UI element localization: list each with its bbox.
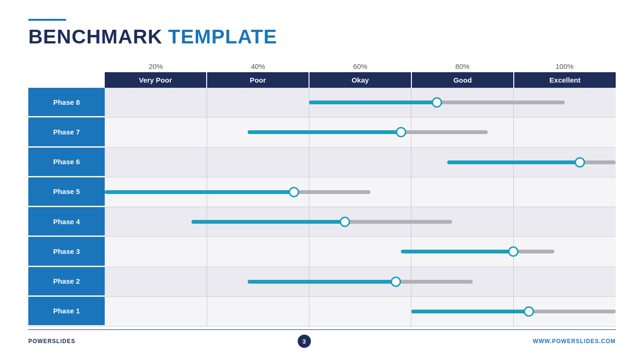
slider-wrapper — [105, 118, 616, 147]
data-rows: Phase 8Phase 7Phase 6Phase 5Phase 4Phase… — [28, 88, 616, 327]
track-filled — [309, 101, 437, 104]
slider-thumb[interactable] — [508, 246, 519, 257]
table-row: Phase 1 — [28, 297, 616, 327]
table-row: Phase 6 — [28, 148, 616, 177]
table-row: Phase 3 — [28, 237, 616, 267]
phase-label: Phase 2 — [28, 267, 105, 296]
row-chart-area — [105, 118, 616, 147]
phase-label: Phase 7 — [28, 118, 105, 147]
track-filled — [248, 130, 401, 134]
header-row: Very PoorPoorOkayGoodExcellent — [105, 72, 616, 88]
percent-label: 40% — [207, 62, 309, 70]
footer: POWERSLIDES 3 WWW.POWERSLIDES.COM — [28, 329, 616, 348]
phase-label: Phase 1 — [28, 297, 105, 326]
phase-label: Phase 5 — [28, 177, 105, 207]
slider-thumb[interactable] — [396, 127, 406, 137]
slider-wrapper — [105, 148, 616, 177]
track-filled — [411, 310, 529, 313]
phase-label: Phase 8 — [28, 88, 105, 117]
header-cell: Very Poor — [105, 72, 207, 88]
slider-thumb[interactable] — [575, 157, 585, 168]
footer-page: 3 — [298, 335, 311, 348]
slide-container: BENCHMARK TEMPLATE 20%40%60%80%100% Very… — [0, 0, 644, 362]
track-filled — [248, 280, 396, 284]
row-chart-area — [105, 88, 616, 117]
percent-label: 100% — [513, 62, 616, 70]
title-part1: BENCHMARK — [28, 25, 162, 48]
track-filled — [192, 220, 345, 224]
footer-left: POWERSLIDES — [28, 338, 75, 345]
table-row: Phase 5 — [28, 177, 616, 207]
row-chart-area — [105, 267, 616, 296]
slider-wrapper — [105, 207, 616, 236]
slider-thumb[interactable] — [432, 97, 442, 108]
slider-wrapper — [105, 177, 616, 207]
track-filled — [447, 160, 580, 164]
slider-wrapper — [105, 297, 616, 326]
row-chart-area — [105, 297, 616, 326]
row-chart-area — [105, 177, 616, 207]
phase-label: Phase 6 — [28, 148, 105, 177]
slider-thumb[interactable] — [524, 306, 534, 317]
header-cell: Okay — [309, 72, 412, 88]
percent-label: 80% — [411, 62, 514, 70]
percent-label: 20% — [105, 62, 207, 70]
footer-right: WWW.POWERSLIDES.COM — [533, 338, 616, 345]
slider-wrapper — [105, 267, 616, 296]
title-row: BENCHMARK TEMPLATE — [28, 25, 616, 48]
track-filled — [105, 190, 294, 194]
table-row: Phase 2 — [28, 267, 616, 297]
table-row: Phase 4 — [28, 207, 616, 237]
table-row: Phase 8 — [28, 88, 616, 118]
slider-thumb[interactable] — [340, 217, 350, 227]
percent-row: 20%40%60%80%100% — [105, 62, 616, 70]
slider-thumb[interactable] — [391, 277, 401, 287]
row-chart-area — [105, 207, 616, 236]
chart-area: 20%40%60%80%100% Very PoorPoorOkayGoodEx… — [28, 62, 616, 327]
row-chart-area — [105, 237, 616, 266]
header-cell: Excellent — [514, 72, 616, 88]
phase-label: Phase 4 — [28, 207, 105, 236]
track-filled — [401, 250, 513, 253]
percent-label: 60% — [309, 62, 411, 70]
slider-wrapper — [105, 88, 616, 117]
header-cell: Poor — [207, 72, 309, 88]
header-accent — [28, 19, 66, 21]
slider-thumb[interactable] — [289, 187, 299, 197]
title-part2: TEMPLATE — [168, 25, 277, 48]
table-row: Phase 7 — [28, 118, 616, 147]
row-chart-area — [105, 148, 616, 177]
phase-label: Phase 3 — [28, 237, 105, 266]
header-cell: Good — [412, 72, 514, 88]
slider-wrapper — [105, 237, 616, 266]
